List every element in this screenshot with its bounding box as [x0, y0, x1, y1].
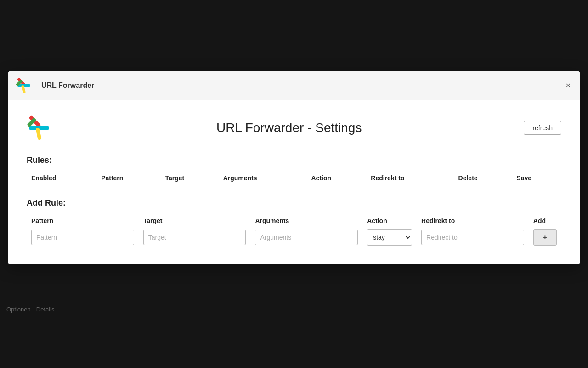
refresh-button[interactable]: refresh [524, 121, 561, 135]
col-save: Save [512, 172, 561, 184]
action-select[interactable]: stay redirect [367, 229, 412, 246]
modal-header: URL Forwarder × [8, 71, 580, 100]
add-col-redirect-to: Redirekt to [417, 214, 529, 229]
settings-title: URL Forwarder - Settings [216, 121, 362, 135]
redirect-to-input[interactable] [421, 230, 524, 245]
rules-section: Rules: Enabled Pattern Target Arguments … [27, 155, 561, 184]
arguments-input[interactable] [255, 230, 358, 245]
col-pattern: Pattern [96, 172, 160, 184]
modal-title-area: URL Forwarder [16, 77, 94, 94]
add-target-cell [139, 229, 251, 246]
add-col-action: Action [362, 214, 417, 229]
add-rule-button[interactable]: + [533, 229, 557, 246]
modal-title: URL Forwarder [41, 81, 94, 90]
settings-title-area: URL Forwarder - Settings [54, 121, 524, 135]
target-input[interactable] [143, 230, 246, 245]
add-col-add: Add [529, 214, 561, 229]
add-rule-table: Pattern Target Arguments Action Redirekt… [27, 214, 561, 246]
app-logo-small [16, 77, 33, 94]
add-pattern-cell [27, 229, 139, 246]
add-rule-section: Add Rule: Pattern Target Arguments Actio… [27, 198, 561, 246]
add-rule-title: Add Rule: [27, 198, 561, 208]
col-action: Action [306, 172, 366, 184]
col-enabled: Enabled [27, 172, 96, 184]
modal-body: URL Forwarder - Settings refresh Rules: … [8, 100, 580, 264]
rules-section-title: Rules: [27, 155, 561, 165]
add-col-arguments: Arguments [250, 214, 362, 229]
pattern-input[interactable] [31, 230, 134, 245]
rules-table: Enabled Pattern Target Arguments Action … [27, 172, 561, 184]
add-col-target: Target [139, 214, 251, 229]
modal-dialog: URL Forwarder × URL Forward [8, 71, 580, 264]
add-button-cell: + [529, 229, 561, 246]
add-rule-row: stay redirect + [27, 229, 561, 246]
modal-close-button[interactable]: × [563, 80, 573, 92]
rules-header-row: Enabled Pattern Target Arguments Action … [27, 172, 561, 184]
add-redirect-cell [417, 229, 529, 246]
add-action-cell: stay redirect [362, 229, 417, 246]
add-col-pattern: Pattern [27, 214, 139, 229]
add-arguments-cell [250, 229, 362, 246]
add-rule-header-row: Pattern Target Arguments Action Redirekt… [27, 214, 561, 229]
col-redirect-to: Redirekt to [366, 172, 453, 184]
col-arguments: Arguments [219, 172, 307, 184]
col-delete: Delete [454, 172, 512, 184]
app-logo-large [27, 114, 54, 142]
settings-header: URL Forwarder - Settings refresh [27, 114, 561, 142]
col-target: Target [161, 172, 219, 184]
